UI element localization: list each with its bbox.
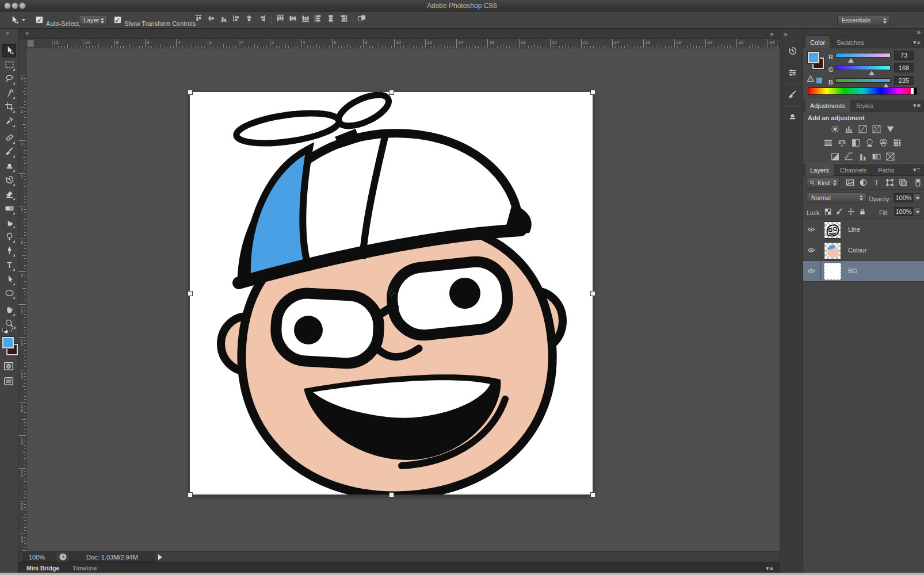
left-ruler[interactable]: 42024681 01 21 41 61 82 02 22 42 6 (18, 48, 26, 551)
posterize-adjustment-icon[interactable] (843, 152, 854, 163)
eraser-tool[interactable] (2, 187, 16, 201)
quick-mask-icon[interactable] (3, 361, 14, 374)
show-transform-checkbox[interactable]: ✓ (114, 16, 121, 24)
threshold-adjustment-icon[interactable] (857, 152, 868, 163)
panel-menu-icon[interactable]: ▾≡ (913, 39, 921, 46)
transform-handle[interactable] (389, 492, 394, 497)
opacity-field[interactable]: 100% (894, 193, 913, 202)
selective-color-adjustment-icon[interactable] (884, 152, 896, 163)
channel-value-field[interactable]: 168 (894, 63, 914, 72)
tab-channels[interactable]: Channels (835, 164, 871, 177)
transform-reference-point[interactable] (386, 288, 396, 298)
distribute-bottom-edges-button[interactable] (301, 14, 312, 26)
layer-thumbnail[interactable] (824, 242, 841, 259)
gamut-color-chip[interactable] (816, 78, 822, 83)
brush-tool[interactable] (2, 145, 16, 159)
auto-select-target-dropdown[interactable]: Layer (79, 15, 108, 25)
panel-menu-icon[interactable]: ▾≡ (766, 565, 774, 572)
foreground-color-swatch[interactable] (2, 337, 14, 348)
brightness-contrast-adjustment-icon[interactable] (829, 124, 841, 136)
gradient-map-adjustment-icon[interactable] (870, 152, 882, 163)
layer-filter-kind-dropdown[interactable]: Kind (807, 178, 840, 187)
healing-brush-tool[interactable] (2, 131, 16, 145)
tab-paths[interactable]: Paths (873, 164, 899, 177)
lock-pixels-icon[interactable] (835, 208, 843, 218)
black-chip[interactable] (914, 88, 917, 94)
distribute-vertical-centers-button[interactable] (288, 14, 300, 26)
layer-visibility-toggle[interactable] (803, 220, 820, 240)
lock-all-icon[interactable] (858, 208, 866, 218)
auto-select-checkbox[interactable]: ✓ (36, 16, 43, 24)
expand-dock-icon[interactable]: » (770, 30, 774, 37)
lock-transparency-icon[interactable] (824, 208, 832, 218)
tab-layers[interactable]: Layers (805, 164, 834, 177)
tab-color[interactable]: Color (805, 36, 830, 49)
transform-handle[interactable] (590, 492, 595, 497)
transform-handle[interactable] (188, 291, 193, 296)
swap-colors-icon[interactable] (10, 325, 17, 336)
channel-slider[interactable] (835, 66, 891, 70)
move-tool[interactable] (2, 44, 16, 57)
screen-mode-icon[interactable] (3, 376, 14, 389)
quick-selection-tool[interactable] (2, 86, 16, 100)
path-selection-tool[interactable] (2, 273, 16, 286)
status-menu-arrow-icon[interactable] (158, 554, 162, 560)
levels-adjustment-icon[interactable] (843, 124, 854, 136)
invert-adjustment-icon[interactable] (829, 152, 841, 163)
pen-tool[interactable] (2, 244, 16, 258)
workspace-switcher[interactable]: Essentials (837, 15, 890, 25)
zoom-level-field[interactable]: 100% (23, 553, 56, 562)
layer-visibility-toggle[interactable] (803, 240, 820, 261)
smudge-tool[interactable] (2, 216, 16, 229)
marquee-tool[interactable] (2, 58, 16, 72)
exposure-adjustment-icon[interactable] (870, 124, 882, 136)
tab-swatches[interactable]: Swatches (832, 36, 869, 49)
layer-thumbnail[interactable] (824, 263, 841, 280)
gradient-tool[interactable] (2, 202, 16, 216)
brush-panel-icon[interactable] (785, 87, 800, 102)
lock-position-icon[interactable] (847, 208, 855, 218)
crop-tool[interactable] (2, 100, 16, 114)
close-document-icon[interactable]: × (25, 30, 29, 37)
transform-handle[interactable] (389, 90, 394, 95)
filter-toggle-icon[interactable] (914, 178, 922, 189)
filter-pixel-icon[interactable] (846, 178, 854, 189)
align-right-edges-button[interactable] (257, 14, 269, 26)
channel-slider[interactable] (835, 78, 891, 83)
clone-source-panel-icon[interactable] (785, 109, 800, 124)
transform-handle[interactable] (590, 90, 595, 95)
gamut-warning-icon[interactable] (807, 75, 815, 85)
distribute-left-edges-button[interactable] (314, 14, 325, 26)
channel-slider[interactable] (835, 53, 891, 57)
top-ruler[interactable]: 121086420246810121416182022242628303234 (26, 39, 780, 48)
collapse-panels-icon[interactable]: » (917, 29, 921, 36)
align-horizontal-centers-button[interactable] (245, 14, 256, 26)
filter-smart-icon[interactable] (899, 178, 907, 189)
layer-thumbnail[interactable] (824, 221, 841, 239)
doc-size-status[interactable]: Doc: 1.03M/2.94M (69, 553, 155, 562)
layer-row-line[interactable]: Line (803, 220, 924, 240)
auto-align-layers-button[interactable] (357, 14, 369, 26)
curves-adjustment-icon[interactable] (857, 124, 868, 136)
slider-thumb[interactable] (848, 58, 854, 63)
align-bottom-edges-button[interactable] (219, 14, 231, 26)
layer-row-bg[interactable]: BG (803, 261, 924, 282)
fill-dropdown-icon[interactable] (914, 207, 921, 216)
expand-toolbar-icon[interactable]: » (6, 30, 9, 36)
tab-styles[interactable]: Styles (852, 99, 878, 112)
tab-mini-bridge[interactable]: Mini Bridge (22, 563, 64, 573)
clone-stamp-tool[interactable] (2, 159, 16, 173)
foreground-color-swatch[interactable] (808, 52, 819, 63)
transform-handle[interactable] (188, 492, 193, 497)
default-colors-icon[interactable] (2, 327, 9, 337)
expand-panels-icon[interactable]: » (784, 31, 788, 38)
tab-timeline[interactable]: Timeline (68, 563, 101, 573)
align-vertical-centers-button[interactable] (207, 14, 218, 26)
opacity-dropdown-icon[interactable] (914, 193, 921, 202)
distribute-right-edges-button[interactable] (339, 14, 350, 26)
hand-tool[interactable] (2, 303, 16, 317)
slider-thumb[interactable] (869, 71, 875, 75)
eyedropper-tool[interactable] (2, 114, 16, 128)
type-tool[interactable]: T (2, 258, 16, 272)
black-white-adjustment-icon[interactable] (850, 138, 861, 150)
